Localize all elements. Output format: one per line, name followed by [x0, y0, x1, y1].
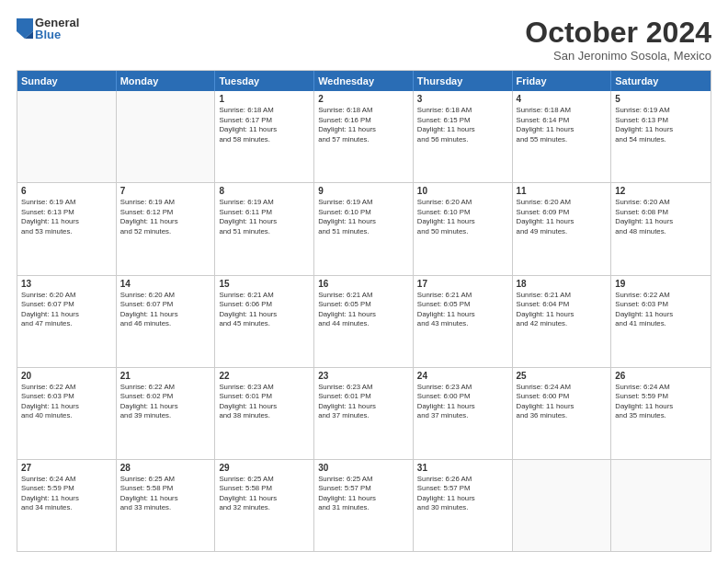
cell-content: Sunrise: 6:20 AMSunset: 6:09 PMDaylight:… [517, 198, 608, 236]
calendar-cell: 10Sunrise: 6:20 AMSunset: 6:10 PMDayligh… [414, 183, 513, 274]
header: General Blue October 2024 San Jeronimo S… [17, 17, 711, 63]
calendar-cell: 20Sunrise: 6:22 AMSunset: 6:03 PMDayligh… [17, 368, 117, 459]
calendar-cell: 8Sunrise: 6:19 AMSunset: 6:11 PMDaylight… [215, 183, 314, 274]
day-number: 1 [219, 94, 310, 104]
calendar-cell: 11Sunrise: 6:20 AMSunset: 6:09 PMDayligh… [513, 183, 612, 274]
calendar-cell: 7Sunrise: 6:19 AMSunset: 6:12 PMDaylight… [117, 183, 216, 274]
day-number: 10 [417, 186, 508, 196]
cell-content: Sunrise: 6:20 AMSunset: 6:08 PMDaylight:… [615, 198, 707, 236]
cell-content: Sunrise: 6:23 AMSunset: 6:01 PMDaylight:… [219, 383, 310, 421]
cell-content: Sunrise: 6:23 AMSunset: 6:00 PMDaylight:… [417, 383, 508, 421]
day-number: 3 [417, 94, 508, 104]
calendar-row: 20Sunrise: 6:22 AMSunset: 6:03 PMDayligh… [17, 367, 711, 459]
cell-content: Sunrise: 6:18 AMSunset: 6:14 PMDaylight:… [517, 106, 608, 144]
calendar-cell: 22Sunrise: 6:23 AMSunset: 6:01 PMDayligh… [215, 368, 314, 459]
calendar-cell: 6Sunrise: 6:19 AMSunset: 6:13 PMDaylight… [17, 183, 117, 274]
cell-content: Sunrise: 6:21 AMSunset: 6:04 PMDaylight:… [517, 291, 608, 329]
calendar-header: SundayMondayTuesdayWednesdayThursdayFrid… [17, 71, 711, 91]
calendar-cell: 25Sunrise: 6:24 AMSunset: 6:00 PMDayligh… [513, 368, 612, 459]
calendar-row: 6Sunrise: 6:19 AMSunset: 6:13 PMDaylight… [17, 182, 711, 274]
cell-content: Sunrise: 6:18 AMSunset: 6:17 PMDaylight:… [219, 106, 310, 144]
day-number: 2 [318, 94, 409, 104]
day-number: 6 [21, 186, 112, 196]
calendar-cell: 30Sunrise: 6:25 AMSunset: 5:57 PMDayligh… [314, 460, 414, 551]
cell-content: Sunrise: 6:21 AMSunset: 6:05 PMDaylight:… [417, 291, 508, 329]
cell-content: Sunrise: 6:20 AMSunset: 6:10 PMDaylight:… [417, 198, 508, 236]
calendar-cell: 27Sunrise: 6:24 AMSunset: 5:59 PMDayligh… [17, 460, 117, 551]
calendar-row: 27Sunrise: 6:24 AMSunset: 5:59 PMDayligh… [17, 459, 711, 551]
calendar-row: 13Sunrise: 6:20 AMSunset: 6:07 PMDayligh… [17, 275, 711, 367]
calendar-cell [17, 91, 117, 182]
day-number: 4 [517, 94, 608, 104]
day-number: 27 [21, 463, 112, 473]
cell-content: Sunrise: 6:19 AMSunset: 6:12 PMDaylight:… [120, 198, 211, 236]
cell-content: Sunrise: 6:18 AMSunset: 6:15 PMDaylight:… [417, 106, 508, 144]
calendar-cell: 24Sunrise: 6:23 AMSunset: 6:00 PMDayligh… [414, 368, 513, 459]
day-number: 9 [318, 186, 409, 196]
calendar-cell: 18Sunrise: 6:21 AMSunset: 6:04 PMDayligh… [513, 276, 612, 367]
day-number: 26 [615, 371, 707, 381]
header-day: Thursday [414, 71, 513, 91]
day-number: 29 [219, 463, 310, 473]
day-number: 17 [417, 279, 508, 289]
cell-content: Sunrise: 6:20 AMSunset: 6:07 PMDaylight:… [21, 291, 112, 329]
page: General Blue October 2024 San Jeronimo S… [0, 0, 728, 563]
day-number: 21 [120, 371, 211, 381]
calendar-cell: 28Sunrise: 6:25 AMSunset: 5:58 PMDayligh… [117, 460, 216, 551]
calendar-cell: 1Sunrise: 6:18 AMSunset: 6:17 PMDaylight… [215, 91, 314, 182]
cell-content: Sunrise: 6:23 AMSunset: 6:01 PMDaylight:… [318, 383, 409, 421]
header-day: Saturday [611, 71, 711, 91]
header-day: Monday [117, 71, 216, 91]
day-number: 11 [517, 186, 608, 196]
calendar-cell: 17Sunrise: 6:21 AMSunset: 6:05 PMDayligh… [414, 276, 513, 367]
calendar-cell: 12Sunrise: 6:20 AMSunset: 6:08 PMDayligh… [611, 183, 711, 274]
calendar-cell [611, 460, 711, 551]
day-number: 14 [120, 279, 211, 289]
day-number: 28 [120, 463, 211, 473]
header-day: Wednesday [314, 71, 414, 91]
cell-content: Sunrise: 6:19 AMSunset: 6:11 PMDaylight:… [219, 198, 310, 236]
logo-icon [17, 18, 33, 39]
cell-content: Sunrise: 6:24 AMSunset: 5:59 PMDaylight:… [21, 475, 112, 513]
logo: General Blue [17, 17, 79, 40]
day-number: 23 [318, 371, 409, 381]
calendar-cell: 4Sunrise: 6:18 AMSunset: 6:14 PMDaylight… [513, 91, 612, 182]
day-number: 20 [21, 371, 112, 381]
header-day: Tuesday [215, 71, 314, 91]
cell-content: Sunrise: 6:26 AMSunset: 5:57 PMDaylight:… [417, 475, 508, 513]
day-number: 7 [120, 186, 211, 196]
calendar-cell: 16Sunrise: 6:21 AMSunset: 6:05 PMDayligh… [314, 276, 414, 367]
calendar-cell: 15Sunrise: 6:21 AMSunset: 6:06 PMDayligh… [215, 276, 314, 367]
cell-content: Sunrise: 6:19 AMSunset: 6:13 PMDaylight:… [615, 106, 707, 144]
cell-content: Sunrise: 6:24 AMSunset: 5:59 PMDaylight:… [615, 383, 707, 421]
calendar-cell: 2Sunrise: 6:18 AMSunset: 6:16 PMDaylight… [314, 91, 414, 182]
day-number: 18 [517, 279, 608, 289]
day-number: 15 [219, 279, 310, 289]
title-block: October 2024 San Jeronimo Sosola, Mexico [525, 17, 711, 63]
calendar-cell: 14Sunrise: 6:20 AMSunset: 6:07 PMDayligh… [117, 276, 216, 367]
calendar-cell: 31Sunrise: 6:26 AMSunset: 5:57 PMDayligh… [414, 460, 513, 551]
cell-content: Sunrise: 6:22 AMSunset: 6:03 PMDaylight:… [21, 383, 112, 421]
cell-content: Sunrise: 6:25 AMSunset: 5:58 PMDaylight:… [219, 475, 310, 513]
calendar-body: 1Sunrise: 6:18 AMSunset: 6:17 PMDaylight… [17, 91, 711, 551]
cell-content: Sunrise: 6:18 AMSunset: 6:16 PMDaylight:… [318, 106, 409, 144]
calendar-cell: 9Sunrise: 6:19 AMSunset: 6:10 PMDaylight… [314, 183, 414, 274]
cell-content: Sunrise: 6:22 AMSunset: 6:03 PMDaylight:… [615, 291, 707, 329]
calendar-cell: 19Sunrise: 6:22 AMSunset: 6:03 PMDayligh… [611, 276, 711, 367]
day-number: 12 [615, 186, 707, 196]
header-day: Friday [513, 71, 612, 91]
calendar: SundayMondayTuesdayWednesdayThursdayFrid… [17, 70, 711, 552]
day-number: 22 [219, 371, 310, 381]
header-day: Sunday [17, 71, 117, 91]
cell-content: Sunrise: 6:20 AMSunset: 6:07 PMDaylight:… [120, 291, 211, 329]
day-number: 8 [219, 186, 310, 196]
day-number: 5 [615, 94, 707, 104]
cell-content: Sunrise: 6:19 AMSunset: 6:13 PMDaylight:… [21, 198, 112, 236]
logo-blue: Blue [35, 29, 79, 40]
calendar-cell: 26Sunrise: 6:24 AMSunset: 5:59 PMDayligh… [611, 368, 711, 459]
calendar-cell [513, 460, 612, 551]
calendar-cell: 5Sunrise: 6:19 AMSunset: 6:13 PMDaylight… [611, 91, 711, 182]
cell-content: Sunrise: 6:21 AMSunset: 6:05 PMDaylight:… [318, 291, 409, 329]
day-number: 16 [318, 279, 409, 289]
calendar-cell: 13Sunrise: 6:20 AMSunset: 6:07 PMDayligh… [17, 276, 117, 367]
